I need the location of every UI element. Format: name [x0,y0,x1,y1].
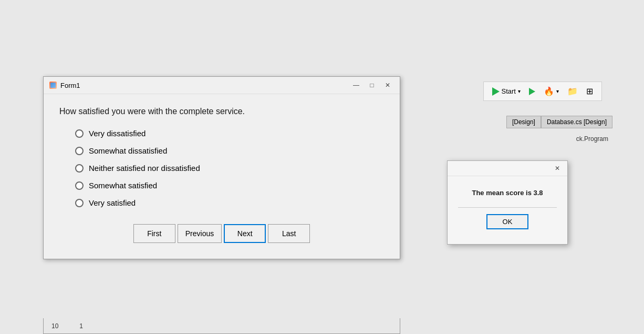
message-dialog: ✕ The mean score is 3.8 OK [447,160,568,245]
titlebar-left: Form1 [49,81,80,89]
last-button[interactable]: Last [268,224,310,243]
first-button[interactable]: First [133,224,175,243]
radio-circle-5 [75,199,84,207]
radio-circle-2 [75,147,84,155]
app-icon [49,81,57,89]
bottom-bar: 10 1 [43,318,400,334]
play-outline-button[interactable] [527,87,537,96]
button-row: First Previous Next Last [59,224,384,243]
dialog-message: The mean score is 3.8 [458,189,557,197]
dialog-titlebar: ✕ [448,161,567,176]
minimize-icon: — [353,82,359,89]
radio-option-1[interactable]: Very dissatisfied [75,129,384,138]
radio-option-5[interactable]: Very satisfied [75,198,384,207]
tab-database[interactable]: Database.cs [Design] [541,116,612,128]
question-text: How satisfied you were with the complete… [59,107,384,116]
flame-dropdown: ▾ [556,88,559,94]
app-icon-inner [49,82,57,89]
radio-label-1: Very dissatisfied [89,129,146,138]
radio-option-2[interactable]: Somewhat dissatisfied [75,146,384,155]
tab-design[interactable]: [Design] [506,116,541,128]
radio-label-2: Somewhat dissatisfied [89,146,167,155]
maximize-button[interactable]: □ [365,80,379,90]
window-titlebar: Form1 — □ ✕ [44,77,400,94]
radio-option-4[interactable]: Somewhat satisfied [75,181,384,190]
flame-icon: 🔥 [544,86,554,96]
ide-toolbar: Start ▾ 🔥 ▾ 📁 ⊞ [483,82,602,101]
dialog-separator [458,207,557,208]
window-content: How satisfied you were with the complete… [44,94,400,259]
folder-button[interactable]: 📁 [565,85,580,97]
radio-label-5: Very satisfied [89,198,136,207]
grid-button[interactable]: ⊞ [584,85,595,97]
start-button[interactable]: Start ▾ [490,86,523,97]
start-label: Start [502,87,516,95]
play-outline-icon [529,88,535,95]
close-icon: ✕ [385,82,390,89]
radio-group: Very dissatisfied Somewhat dissatisfied … [75,129,384,207]
radio-circle-1 [75,129,84,138]
form1-window: Form1 — □ ✕ How satisfied you were with … [43,76,400,259]
ide-tabs: [Design] Database.cs [Design] [506,116,612,128]
titlebar-controls: — □ ✕ [349,80,394,90]
previous-button[interactable]: Previous [178,224,222,243]
radio-label-3: Neither satisfied nor dissatisfied [89,164,200,173]
dialog-content: The mean score is 3.8 OK [448,176,567,244]
breadcrumb: ck.Program [572,134,612,144]
close-button[interactable]: ✕ [381,80,394,90]
radio-circle-4 [75,181,84,190]
dialog-close-icon: ✕ [555,165,560,172]
next-button[interactable]: Next [224,224,266,243]
bottom-col2: 1 [79,322,83,330]
flame-button[interactable]: 🔥 ▾ [542,85,561,97]
play-icon [492,87,500,96]
radio-label-4: Somewhat satisfied [89,181,157,190]
radio-option-3[interactable]: Neither satisfied nor dissatisfied [75,164,384,173]
minimize-button[interactable]: — [349,80,363,90]
dropdown-arrow: ▾ [518,88,521,94]
maximize-icon: □ [370,82,373,89]
radio-circle-3 [75,164,84,173]
grid-icon: ⊞ [586,86,593,96]
bottom-col1: 10 [51,322,58,330]
dialog-btn-row: OK [458,214,557,236]
dialog-close-button[interactable]: ✕ [550,163,564,174]
folder-icon: 📁 [567,86,578,96]
ok-button[interactable]: OK [486,214,528,229]
window-title: Form1 [60,82,80,89]
